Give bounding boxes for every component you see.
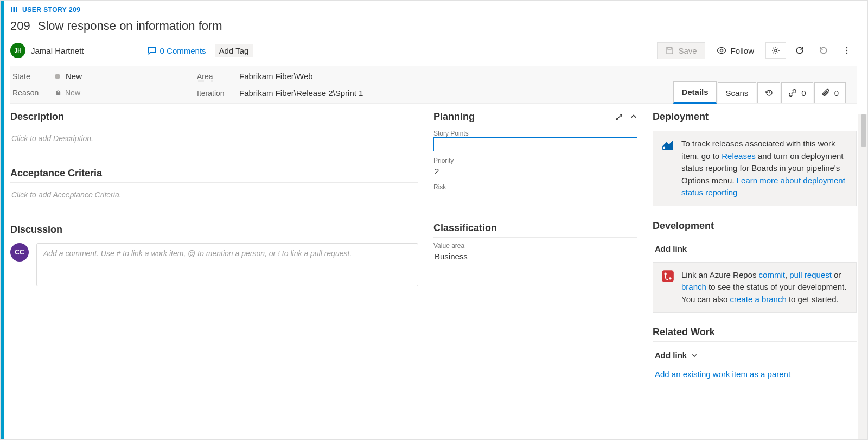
svg-point-7 <box>846 50 847 51</box>
work-item-type-label: USER STORY 209 <box>22 6 81 14</box>
settings-button[interactable] <box>765 42 786 59</box>
svg-rect-2 <box>16 7 17 12</box>
chevron-down-icon <box>691 352 698 359</box>
iteration-label: Iteration <box>197 89 229 98</box>
planning-heading: Planning <box>433 111 475 123</box>
current-user-avatar: CC <box>10 243 29 262</box>
state-dot-icon <box>55 74 60 79</box>
classification-heading: Classification <box>433 222 637 238</box>
more-actions-button[interactable] <box>837 43 857 58</box>
branch-link[interactable]: branch <box>681 282 706 291</box>
tab-history[interactable] <box>757 82 780 103</box>
tab-links[interactable]: 0 <box>781 82 813 103</box>
svg-point-10 <box>663 146 666 149</box>
iteration-value[interactable]: Fabrikam Fiber\Release 2\Sprint 1 <box>239 88 363 98</box>
svg-rect-1 <box>14 7 15 12</box>
acceptance-heading: Acceptance Criteria <box>10 168 418 183</box>
refresh-button[interactable] <box>789 42 810 59</box>
link-icon <box>788 88 797 97</box>
work-item-id: 209 <box>10 19 30 33</box>
tab-details[interactable]: Details <box>673 81 716 104</box>
comment-icon <box>147 46 157 55</box>
acceptance-placeholder[interactable]: Click to add Acceptance Criteria. <box>10 187 418 202</box>
deployment-infobox: To track releases associated with this w… <box>653 131 857 206</box>
discussion-heading: Discussion <box>10 224 418 239</box>
priority-label: Priority <box>433 157 637 164</box>
tab-scans[interactable]: Scans <box>718 82 757 103</box>
area-value[interactable]: Fabrikam Fiber\Web <box>239 72 313 81</box>
development-infobox: Link an Azure Repos commit, pull request… <box>653 262 857 313</box>
deployment-heading: Deployment <box>653 111 857 126</box>
svg-point-8 <box>846 53 847 54</box>
svg-rect-3 <box>668 47 671 49</box>
undo-icon <box>819 46 828 55</box>
related-add-link-button[interactable]: Add link <box>653 346 857 364</box>
scrollbar-thumb[interactable] <box>861 114 866 147</box>
pipeline-icon <box>661 138 675 199</box>
create-branch-link[interactable]: create a branch <box>730 295 787 304</box>
story-points-label: Story Points <box>433 130 637 137</box>
releases-link[interactable]: Releases <box>722 151 756 161</box>
pull-request-link[interactable]: pull request <box>789 270 832 279</box>
expand-icon[interactable] <box>615 113 623 122</box>
add-tag-button[interactable]: Add Tag <box>215 44 253 57</box>
risk-label: Risk <box>433 183 637 191</box>
state-value[interactable]: New <box>55 72 82 81</box>
description-placeholder[interactable]: Click to add Description. <box>10 131 418 146</box>
eye-icon <box>717 46 726 55</box>
follow-button[interactable]: Follow <box>709 42 762 59</box>
refresh-icon <box>795 46 805 55</box>
risk-value[interactable] <box>433 191 637 195</box>
comment-input[interactable]: Add a comment. Use # to link a work item… <box>36 243 418 286</box>
priority-value[interactable]: 2 <box>433 164 637 178</box>
undo-button[interactable] <box>813 42 834 59</box>
gear-icon <box>771 46 780 55</box>
related-work-heading: Related Work <box>653 327 857 342</box>
svg-point-13 <box>669 277 671 279</box>
tab-attachments[interactable]: 0 <box>814 82 846 103</box>
svg-point-4 <box>720 49 723 52</box>
collapse-icon[interactable] <box>630 113 637 122</box>
history-icon <box>764 88 773 97</box>
value-area-label: Value area <box>433 242 637 250</box>
reason-value[interactable]: 🔒︎New <box>55 88 80 97</box>
repo-icon <box>661 269 675 306</box>
story-points-input[interactable] <box>433 137 637 151</box>
assignee-name[interactable]: Jamal Hartnett <box>31 46 84 55</box>
development-heading: Development <box>653 220 857 235</box>
scrollbar-track[interactable] <box>858 114 867 439</box>
attachment-icon <box>821 88 830 97</box>
save-button[interactable]: Save <box>657 42 705 59</box>
add-existing-parent-link[interactable]: Add an existing work item as a parent <box>653 364 793 384</box>
save-icon <box>665 46 674 55</box>
description-heading: Description <box>10 111 418 126</box>
assignee-avatar[interactable]: JH <box>10 43 25 58</box>
kebab-icon <box>843 46 851 55</box>
state-label: State <box>12 72 45 81</box>
comments-link[interactable]: 0 Comments <box>147 46 206 55</box>
area-label: Area <box>197 72 229 81</box>
svg-point-6 <box>846 47 847 48</box>
svg-point-5 <box>775 49 777 52</box>
value-area-value[interactable]: Business <box>433 250 637 263</box>
svg-point-12 <box>665 272 667 275</box>
work-item-title[interactable]: Slow response on information form <box>38 19 222 33</box>
lock-icon: 🔒︎ <box>55 89 62 97</box>
user-story-icon <box>10 6 18 14</box>
commit-link[interactable]: commit <box>759 270 785 279</box>
reason-label: Reason <box>12 88 45 97</box>
dev-add-link-button[interactable]: Add link <box>653 240 857 258</box>
svg-rect-0 <box>11 7 12 12</box>
svg-rect-11 <box>662 270 674 282</box>
